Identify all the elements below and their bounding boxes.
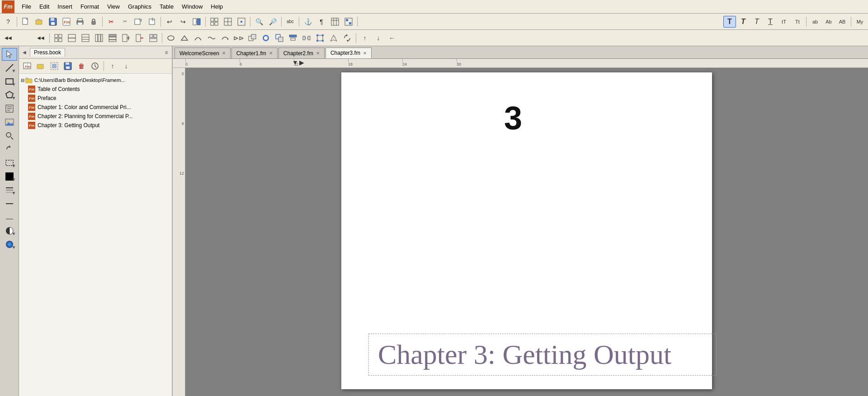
redo-button[interactable]: ↪ [177, 16, 189, 28]
page-indicator[interactable]: ▼ [292, 59, 298, 66]
format-text-underline[interactable]: T [764, 16, 777, 28]
zoom-button[interactable]: 🔎 [266, 16, 279, 28]
line-tool[interactable]: ▼ [2, 62, 17, 74]
tree-ch1[interactable]: Fm Chapter 1: Color and Commercial Pri..… [19, 103, 172, 112]
tb2-down-arr[interactable]: ↓ [372, 32, 385, 44]
format-text-normal[interactable]: T [723, 16, 736, 28]
tb2-rotate[interactable] [341, 32, 354, 44]
zoom-tool[interactable] [2, 129, 17, 142]
print-button[interactable] [74, 16, 86, 28]
dotted-rect-tool[interactable]: ▼ [2, 157, 17, 169]
tb2-rows[interactable] [106, 32, 119, 44]
tb2-scale[interactable] [314, 32, 326, 44]
menu-file[interactable]: File [18, 2, 35, 11]
menu-insert[interactable]: Insert [54, 2, 76, 11]
tb2-align[interactable] [287, 32, 299, 44]
book-open[interactable] [34, 60, 47, 72]
save-button[interactable] [47, 16, 59, 28]
tb2-addcol[interactable] [120, 32, 132, 44]
book-delete[interactable]: 🗑 [75, 60, 88, 72]
dash-tool[interactable] [2, 197, 17, 210]
new-button[interactable] [19, 16, 32, 28]
tb2-grid1[interactable] [52, 32, 65, 44]
menu-view[interactable]: View [104, 2, 123, 11]
menu-window[interactable]: Window [178, 2, 206, 11]
image-tool[interactable] [2, 116, 17, 129]
tb2-arrange[interactable] [273, 32, 286, 44]
color-tool[interactable]: ▼ [2, 238, 17, 251]
cut-button[interactable]: ✂ [105, 16, 118, 28]
tb2-arc[interactable] [219, 32, 231, 44]
tb2-cols[interactable] [93, 32, 105, 44]
tb2-transform[interactable] [246, 32, 259, 44]
circle-half-tool[interactable]: ▼ [2, 224, 17, 237]
find-button[interactable]: 🔍 [253, 16, 265, 28]
tree-toc[interactable]: Fm Table of Contents [19, 85, 172, 94]
menu-help[interactable]: Help [207, 2, 226, 11]
tree-ch2[interactable]: Fm Chapter 2: Planning for Commercial P.… [19, 112, 172, 121]
tb2-group1[interactable] [259, 32, 272, 44]
select-tool[interactable] [2, 48, 17, 61]
collapse-panel2[interactable]: ◀◀ [34, 32, 47, 44]
anchor-button[interactable]: ⚓ [302, 16, 314, 28]
tb2-grid2[interactable] [66, 32, 78, 44]
tb2-connect[interactable] [192, 32, 204, 44]
rect-tool[interactable]: ▼ [2, 75, 17, 88]
book-move-down[interactable]: ↓ [120, 60, 132, 72]
link-button[interactable] [190, 16, 203, 28]
lines-tool[interactable]: ▼ [2, 184, 17, 196]
close-welcomescreen-tab[interactable]: ✕ [222, 51, 226, 56]
format-text-bold[interactable]: T [737, 16, 750, 28]
para-button[interactable]: ¶ [315, 16, 328, 28]
tree-ch3[interactable]: Fm Chapter 3: Getting Output [19, 121, 172, 130]
tb2-shape1[interactable] [165, 32, 177, 44]
menu-format[interactable]: Format [77, 2, 103, 11]
close-chapter1-tab[interactable]: ✕ [269, 51, 273, 56]
page-canvas[interactable]: 3 Chapter 3: Getting Output [185, 68, 868, 396]
book-move-up[interactable]: ↑ [106, 60, 119, 72]
tb2-merge[interactable] [147, 32, 160, 44]
book-tab-menu[interactable]: ≡ [163, 49, 170, 56]
lock-button[interactable] [87, 16, 100, 28]
close-chapter3-tab[interactable]: ✕ [363, 51, 367, 56]
tb2-shape2[interactable] [178, 32, 191, 44]
format-capitalize[interactable]: Ab [822, 16, 835, 28]
insert-button[interactable] [342, 16, 355, 28]
book-update[interactable] [89, 60, 101, 72]
grid3-button[interactable] [235, 16, 248, 28]
page-indicator2[interactable]: ▶ [299, 59, 304, 66]
import2-button[interactable] [146, 16, 158, 28]
table-button[interactable] [329, 16, 341, 28]
grid1-button[interactable] [208, 16, 221, 28]
collapse-book-panel[interactable]: ◀ [21, 49, 28, 56]
menu-edit[interactable]: Edit [36, 2, 53, 11]
rotate-tool[interactable] [2, 143, 17, 156]
help-button[interactable]: ? [2, 16, 14, 28]
book-save[interactable] [61, 60, 74, 72]
press-book-tab[interactable]: Press.book [30, 48, 65, 57]
export-button[interactable] [132, 16, 145, 28]
format-subscript[interactable]: Tt [791, 16, 804, 28]
format-my[interactable]: My [854, 16, 866, 28]
polygon-tool[interactable]: ▼ [2, 89, 17, 101]
tb2-left-arr[interactable]: ← [386, 32, 398, 44]
tb2-dist[interactable] [300, 32, 313, 44]
open-button[interactable] [33, 16, 46, 28]
undo-button[interactable]: ↩ [163, 16, 176, 28]
tab-chapter3[interactable]: Chapter3.fm ✕ [326, 48, 372, 58]
format-text-italic[interactable]: T [750, 16, 763, 28]
menu-table[interactable]: Table [156, 2, 177, 11]
tb2-grid3[interactable] [79, 32, 92, 44]
tab-welcomescreen[interactable]: WelcomeScreen ✕ [175, 48, 231, 58]
spell-button[interactable]: abc [284, 16, 297, 28]
tb2-skip[interactable]: ⊳⊳ [232, 32, 245, 44]
tb2-up-arr[interactable]: ↑ [359, 32, 371, 44]
offset-tool[interactable] [2, 211, 17, 224]
fill-tool[interactable]: ▼ [2, 170, 17, 183]
tb2-delcol[interactable] [133, 32, 146, 44]
close-chapter2-tab[interactable]: ✕ [316, 51, 320, 56]
import-button[interactable]: Fm [60, 16, 73, 28]
scissors2-button[interactable]: ✂ [118, 16, 131, 28]
format-uppercase[interactable]: AB [836, 16, 849, 28]
format-superscript[interactable]: tT [778, 16, 790, 28]
